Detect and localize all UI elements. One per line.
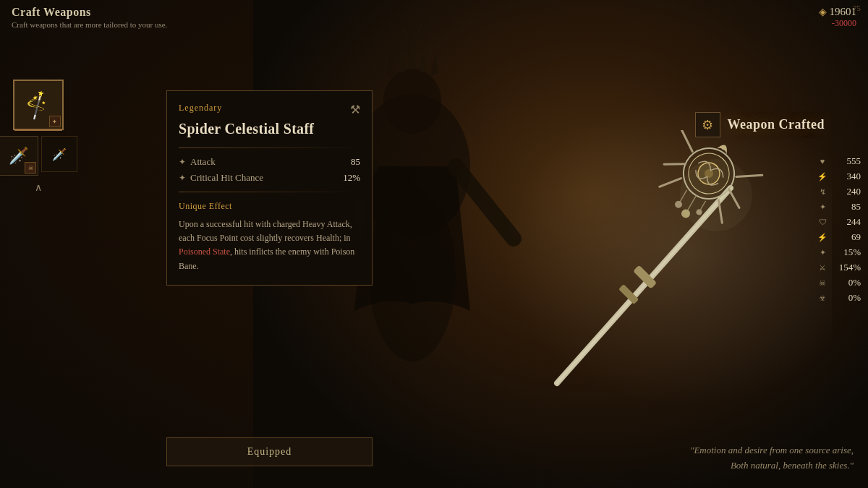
weapon-slot-2[interactable]: 🗡️ ☠: [0, 136, 38, 176]
equipped-button[interactable]: Equipped: [166, 437, 373, 466]
crit-icon: ✦: [179, 173, 186, 184]
chevron-up-icon[interactable]: ∧: [35, 181, 42, 194]
attack-icon: ✦: [179, 157, 186, 168]
attack-r-value: 85: [832, 201, 861, 213]
defense-icon: 🛡: [817, 218, 827, 226]
weapon-slot-1-badge: ✦: [49, 116, 61, 127]
divider-1: [179, 147, 360, 148]
quote-line-1: "Emotion and desire from one source aris…: [690, 443, 854, 458]
attack-r-icon: ✦: [817, 202, 827, 212]
stat-focus: ⚡ 340: [817, 171, 861, 182]
secondary-slots: 🗡️ ☠ 🗡️: [0, 136, 77, 176]
item-name: Spider Celestial Staff: [179, 121, 360, 137]
weapon-slot-3-icon: 🗡️: [52, 147, 67, 161]
item-rarity: Legendary: [179, 103, 222, 114]
crit-r-icon: ✦: [817, 248, 827, 257]
weapon-slot-2-badge: ☠: [25, 162, 36, 174]
dodge-value: 69: [832, 231, 861, 243]
crit-dmg-value: 154%: [832, 262, 861, 273]
weapon-crafted-notification: ⚙ Weapon Crafted: [695, 112, 825, 137]
focus-value: 340: [832, 171, 861, 182]
dodge-icon: ⚡: [817, 233, 827, 242]
stat-attack-label: ✦ Attack: [179, 156, 216, 168]
stamina-icon: ↯: [817, 187, 827, 197]
crit-r-value: 15%: [832, 247, 861, 258]
craft-icon: ⚒: [350, 103, 360, 116]
weapon-slot-3[interactable]: 🗡️: [41, 136, 77, 172]
notification-icon-symbol: ⚙: [702, 117, 713, 133]
stat-poison: ☠ 0%: [817, 277, 861, 288]
stat-hp: ♥ 555: [817, 155, 861, 167]
stat-stamina: ↯ 240: [817, 186, 861, 197]
stat-crit-dmg: ⚔ 154%: [817, 262, 861, 273]
bleed-icon: ☣: [817, 294, 827, 303]
quote-line-2: Both natural, beneath the skies.": [690, 458, 854, 474]
stat-attack: ✦ Attack 85: [179, 154, 360, 170]
weapon-sidebar: 🪄 ✦ 🗡️ ☠ 🗡️ ∧: [7, 80, 69, 194]
weapon-slot-1[interactable]: 🪄 ✦: [13, 80, 64, 130]
hp-icon: ♥: [817, 157, 827, 166]
poison-value: 0%: [832, 277, 861, 288]
attack-label: Attack: [190, 156, 216, 168]
hp-value: 555: [832, 155, 861, 167]
defense-value: 244: [832, 216, 861, 228]
stats-panel: ♥ 555 ⚡ 340 ↯ 240 ✦ 85 🛡 244 ⚡ 69 ✦ 15% …: [817, 155, 861, 304]
stat-crit-label: ✦ Critical Hit Chance: [179, 172, 263, 184]
stat-crit: ✦ Critical Hit Chance 12%: [179, 170, 360, 186]
stat-crit-r: ✦ 15%: [817, 247, 861, 258]
page-subtitle: Craft weapons that are more tailored to …: [12, 20, 167, 29]
focus-icon: ⚡: [817, 172, 827, 181]
stamina-value: 240: [832, 186, 861, 197]
currency-section: ◈ 19601 -30000: [819, 6, 857, 29]
notification-icon: ⚙: [695, 112, 720, 137]
quote-text: "Emotion and desire from one source aris…: [690, 443, 854, 474]
crit-value: 12%: [343, 172, 360, 184]
crit-dmg-icon: ⚔: [817, 263, 827, 273]
stat-defense: 🛡 244: [817, 216, 861, 228]
effect-text-1: Upon a successful hit with charged Heavy…: [179, 219, 352, 243]
item-card-header: Legendary ⚒: [179, 103, 360, 116]
top-bar: Craft Weapons Craft weapons that are mor…: [0, 0, 868, 36]
corner-number: 75: [853, 4, 861, 12]
poison-icon: ☠: [817, 278, 827, 288]
item-card: Legendary ⚒ Spider Celestial Staff ✦ Att…: [166, 90, 373, 286]
currency-display: ◈ 19601: [819, 6, 857, 18]
currency-cost: -30000: [832, 18, 856, 29]
stat-attack-r: ✦ 85: [817, 201, 861, 213]
poison-state-text: Poisoned State: [179, 247, 230, 257]
attack-value: 85: [351, 156, 360, 168]
notification-text: Weapon Crafted: [728, 117, 825, 132]
equipped-label: Equipped: [247, 446, 292, 458]
crit-label: Critical Hit Chance: [190, 172, 263, 184]
unique-effect-label: Unique Effect: [179, 201, 360, 212]
stat-dodge: ⚡ 69: [817, 231, 861, 243]
stat-bleed: ☣ 0%: [817, 292, 861, 304]
unique-effect-text: Upon a successful hit with charged Heavy…: [179, 218, 360, 273]
page-title: Craft Weapons: [12, 6, 167, 19]
bleed-value: 0%: [832, 292, 861, 304]
divider-2: [179, 192, 360, 192]
quote-section: "Emotion and desire from one source aris…: [690, 443, 854, 474]
page-title-section: Craft Weapons Craft weapons that are mor…: [12, 6, 167, 29]
currency-icon: ◈: [819, 6, 827, 18]
